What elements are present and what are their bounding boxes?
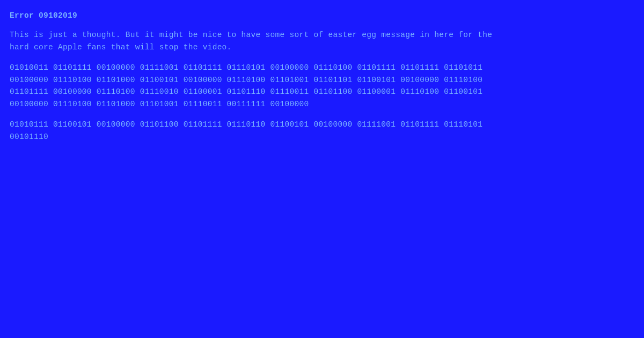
binary-block-1: 01010011 01101111 00100000 01111001 0110…	[10, 62, 634, 110]
bsod-screen: Error 09102019 This is just a thought. B…	[0, 0, 644, 338]
error-title: Error 09102019	[10, 10, 634, 21]
description-text: This is just a thought. But it might be …	[10, 29, 634, 53]
description-line1: This is just a thought. But it might be …	[10, 31, 492, 39]
description-line2: hard core Apple fans that will stop the …	[10, 43, 232, 52]
binary-block-2: 01010111 01100101 00100000 01101100 0110…	[10, 119, 634, 143]
